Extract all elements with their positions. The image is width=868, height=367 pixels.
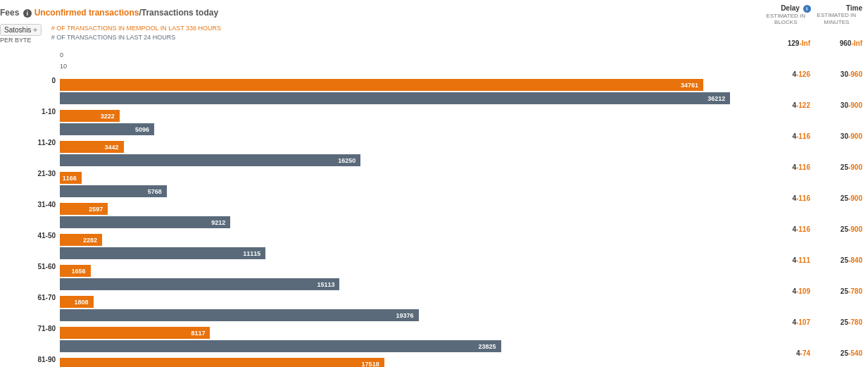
time-val-0: 960-Inf xyxy=(813,39,862,47)
gray-label-11-20: 5096 xyxy=(135,126,151,133)
bar-group-1-10: 3476136212 xyxy=(60,76,755,107)
gray-label-61-70: 15113 xyxy=(317,281,336,288)
delay-val-21-30: 4-116 xyxy=(761,132,810,140)
chart-wrapper: 01-1011-2021-3031-4041-5051-6061-7071-80… xyxy=(0,45,755,367)
delay-val-0: 129-Inf xyxy=(761,39,810,47)
delay-val-81-90: 4-107 xyxy=(761,318,810,326)
bar-orange-11-20: 3222 xyxy=(60,110,120,122)
orange-label-71-80: 1808 xyxy=(75,299,91,306)
time-val-41-50: 25-900 xyxy=(813,194,862,202)
bar-gray-81-90: 23825 xyxy=(60,340,501,352)
gray-label-31-40: 5768 xyxy=(148,188,164,195)
y-label-51-60: 51-60 xyxy=(0,251,60,282)
bar-orange-21-30: 3442 xyxy=(60,141,124,153)
dt-row-11-20: 4-12230-900 xyxy=(761,89,862,120)
bar-orange-61-70: 1656 xyxy=(60,265,91,277)
today-title: Transactions today xyxy=(141,8,218,18)
time-val-71-80: 25-780 xyxy=(813,287,862,295)
gray-label-51-60: 11115 xyxy=(243,250,263,257)
time-val-11-20: 30-900 xyxy=(813,101,862,109)
bar-gray-71-80: 19376 xyxy=(60,309,419,321)
time-val-51-60: 25-900 xyxy=(813,225,862,233)
per-byte-label: PER BYTE xyxy=(0,37,46,44)
orange-label-61-70: 1656 xyxy=(72,268,88,275)
time-header: Time xyxy=(811,4,862,12)
delay-header: Delay i xyxy=(761,4,811,13)
zero-label: 0 xyxy=(60,50,755,60)
orange-label-81-90: 8117 xyxy=(191,330,207,337)
time-val-81-90: 25-780 xyxy=(813,318,862,326)
delay-val-91-100: 4-74 xyxy=(761,349,810,357)
bar-group-11-20: 32225096 xyxy=(60,107,755,138)
orange-label-1-10: 34761 xyxy=(681,82,700,89)
bar-orange-51-60: 2282 xyxy=(60,234,102,246)
orange-label-41-50: 2597 xyxy=(89,206,105,213)
orange-label-91-100: 17518 xyxy=(362,361,382,368)
delay-sub: ESTIMATED IN BLOCKS xyxy=(761,13,811,26)
y-label-0: 0 xyxy=(0,65,60,96)
y-label-1-10: 1-10 xyxy=(0,96,60,127)
y-label-41-50: 41-50 xyxy=(0,220,60,251)
y-label-81-90: 81-90 xyxy=(0,344,60,367)
fees-label: Fees i xyxy=(0,8,32,18)
orange-label-31-40: 1166 xyxy=(63,175,79,182)
time-val-91-100: 25-540 xyxy=(813,349,862,357)
chart-area: 0103476136212322250963442162501166576825… xyxy=(60,45,755,367)
delay-val-31-40: 4-116 xyxy=(761,163,810,171)
gray-label-81-90: 23825 xyxy=(478,343,498,350)
legend-labels: # OF TRANSACTIONS IN MEMPOOL IN LAST 336… xyxy=(51,24,221,42)
dt-row-61-70: 4-11125-840 xyxy=(761,244,862,275)
bar-group-81-90: 811723825 xyxy=(60,324,755,355)
delay-info-icon[interactable]: i xyxy=(803,5,811,13)
gray-label-1-10: 36212 xyxy=(707,95,727,102)
delay-val-61-70: 4-111 xyxy=(761,256,810,264)
bar-group-61-70: 165615113 xyxy=(60,262,755,293)
dt-row-41-50: 4-11625-900 xyxy=(761,182,862,213)
bar-group-0: 010 xyxy=(60,45,755,76)
bar-group-21-30: 344216250 xyxy=(60,138,755,169)
dt-row-51-60: 4-11625-900 xyxy=(761,213,862,244)
bar-gray-61-70: 15113 xyxy=(60,278,339,290)
dt-row-81-90: 4-10725-780 xyxy=(761,306,862,337)
main-area: Fees i Unconfirmed transactions / Transa… xyxy=(0,0,755,367)
bar-gray-41-50: 9212 xyxy=(60,216,230,228)
gray-label-71-80: 19376 xyxy=(396,312,415,319)
y-label-11-20: 11-20 xyxy=(0,127,60,158)
fees-info-icon[interactable]: i xyxy=(23,9,32,18)
delay-val-41-50: 4-116 xyxy=(761,194,810,202)
unconfirmed-title: Unconfirmed transactions xyxy=(34,8,139,18)
time-val-31-40: 25-900 xyxy=(813,163,862,171)
bar-orange-81-90: 8117 xyxy=(60,327,210,339)
gray-label-41-50: 9212 xyxy=(211,219,227,226)
dt-row-31-40: 4-11625-900 xyxy=(761,151,862,182)
bar-gray-11-20: 5096 xyxy=(60,123,154,135)
dt-row-91-100: 4-7425-540 xyxy=(761,337,862,367)
bar-orange-31-40: 1166 xyxy=(60,172,82,184)
bar-group-41-50: 25979212 xyxy=(60,200,755,231)
bar-orange-71-80: 1808 xyxy=(60,296,94,308)
time-sub: ESTIMATED IN MINUTES xyxy=(811,12,862,25)
page-header: Fees i Unconfirmed transactions / Transa… xyxy=(0,0,755,23)
orange-label-21-30: 3442 xyxy=(104,144,120,151)
bar-group-91-100: 1751837268 xyxy=(60,355,755,367)
bar-gray-21-30: 16250 xyxy=(60,154,360,166)
legend-orange-text: # OF TRANSACTIONS IN MEMPOOL IN LAST 336… xyxy=(51,24,221,33)
time-val-1-10: 30-960 xyxy=(813,70,862,78)
y-label-21-30: 21-30 xyxy=(0,158,60,189)
dt-row-21-30: 4-11630-900 xyxy=(761,120,862,151)
main-container: Fees i Unconfirmed transactions / Transa… xyxy=(0,0,868,367)
bar-gray-31-40: 5768 xyxy=(60,185,167,197)
dt-row-1-10: 4-12630-960 xyxy=(761,58,862,89)
y-label-71-80: 71-80 xyxy=(0,313,60,344)
ten-label: 10 xyxy=(60,61,755,71)
orange-label-51-60: 2282 xyxy=(83,237,99,244)
orange-label-11-20: 3222 xyxy=(101,113,117,120)
y-label-61-70: 61-70 xyxy=(0,282,60,313)
bar-orange-1-10: 34761 xyxy=(60,79,703,91)
delay-val-71-80: 4-109 xyxy=(761,287,810,295)
legend-row: Satoshis ÷ PER BYTE # OF TRANSACTIONS IN… xyxy=(0,23,755,45)
time-val-61-70: 25-840 xyxy=(813,256,862,264)
bar-group-31-40: 11665768 xyxy=(60,169,755,200)
legend-gray-text: # OF TRANSACTIONS IN LAST 24 HOURS xyxy=(51,33,221,42)
satoshi-button[interactable]: Satoshis ÷ xyxy=(0,24,42,36)
